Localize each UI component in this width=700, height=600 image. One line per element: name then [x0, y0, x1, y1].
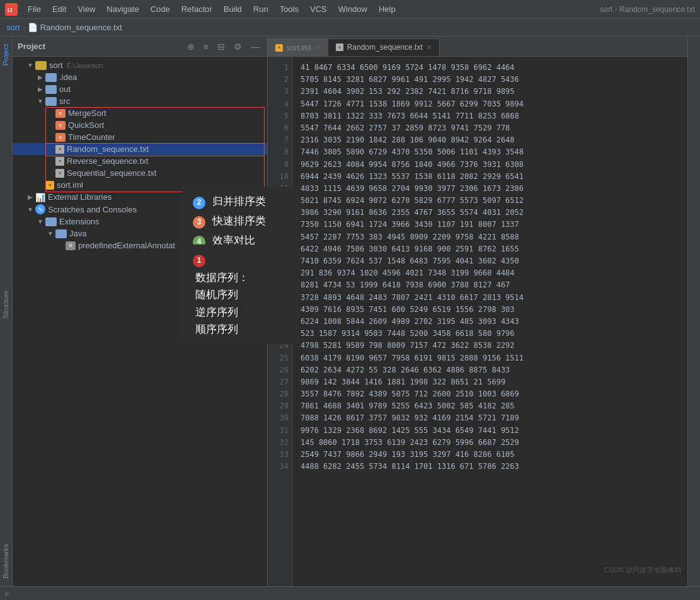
tree-label-sequential-seq: Sequential_sequence.txt — [67, 168, 156, 178]
code-line: 3728 4893 4648 2483 7807 2421 4310 6617 … — [301, 292, 680, 304]
project-panel-layout-btn[interactable]: ⊟ — [215, 40, 227, 53]
project-panel-collapse-btn[interactable]: ≡ — [201, 40, 211, 53]
line-number: 5 — [268, 110, 289, 122]
menu-tools[interactable]: Tools — [275, 3, 304, 15]
menu-items: File Edit View Navigate Code Refactor Bu… — [23, 3, 600, 15]
tree-label-out: out — [59, 84, 71, 94]
sidebar-tab-project[interactable]: Project — [0, 37, 12, 73]
bottom-bar: ▶ — [0, 586, 700, 600]
java-icon-timecounter: c — [55, 133, 66, 142]
tree-label-extensions: Extensions — [59, 217, 100, 226]
tree-arrow-scratches: ▼ — [25, 206, 35, 213]
code-content[interactable]: 41 8467 6334 6500 9169 5724 1478 9358 69… — [293, 57, 687, 586]
sidebar-tab-bookmarks[interactable]: Bookmarks — [0, 536, 12, 586]
annotation-text-1b: 随机序列 — [193, 286, 289, 303]
code-line: 9629 2623 4084 9954 8756 1840 4966 7376 … — [301, 159, 680, 171]
annotation-label-2: 归并排序类 — [212, 195, 266, 207]
menu-build[interactable]: Build — [219, 3, 247, 15]
menu-run[interactable]: Run — [248, 3, 273, 15]
line-number: 4 — [268, 98, 289, 110]
code-line: 3986 3290 9161 8636 2355 4767 3655 5574 … — [301, 207, 680, 219]
code-line: 8281 4734 53 1999 6418 7938 6900 3788 81… — [301, 279, 680, 291]
svg-text:IJ: IJ — [8, 7, 13, 13]
project-panel-settings-btn[interactable]: ⚙ — [231, 40, 244, 53]
code-line: 6202 2634 4272 55 328 2646 6362 4886 887… — [301, 364, 680, 376]
project-panel-add-btn[interactable]: ⊕ — [185, 40, 197, 53]
tree-label-src: src — [59, 96, 70, 106]
sidebar-tab-structure[interactable]: Structure — [0, 283, 12, 326]
tree-path-sort: E:\Java\sort — [67, 62, 103, 69]
tree-item-reverse-seq[interactable]: ≡ Reverse_sequence.txt — [13, 155, 267, 167]
folder-icon-sort — [35, 61, 47, 70]
scratches-icon: ✎ — [35, 204, 45, 214]
tree-item-quicksort[interactable]: c QuickSort — [13, 119, 267, 131]
ext-lib-icon: 📊 — [35, 193, 45, 202]
annotation-text-1d: 顺序序列 — [193, 321, 289, 338]
code-line: 9869 142 3844 1416 1881 1998 322 8651 21… — [301, 376, 680, 388]
code-line: 523 1587 9314 9503 7448 5200 3458 6618 5… — [301, 328, 680, 340]
tree-arrow-sort: ▼ — [25, 62, 35, 69]
tab-icon-random-seq: ≡ — [336, 43, 343, 51]
annotation-text-1c: 逆序序列 — [193, 304, 289, 321]
tab-icon-sort-iml: ≡ — [275, 44, 283, 52]
line-number: 27 — [268, 376, 289, 388]
tree-label-scratches: Scratches and Consoles — [48, 205, 137, 214]
menu-file[interactable]: File — [23, 3, 46, 15]
tree-item-out[interactable]: ▶ out — [13, 83, 267, 95]
code-line: 5457 2287 7753 383 4945 8909 2209 9758 4… — [301, 231, 680, 243]
tree-item-random-seq[interactable]: ≡ Random_sequence.txt — [13, 143, 267, 155]
breadcrumb-file: 📄 Random_sequence.txt — [28, 23, 122, 32]
tree-item-sequential-seq[interactable]: ≡ Sequential_sequence.txt — [13, 167, 267, 179]
breadcrumb-sep: › — [23, 23, 25, 32]
menu-navigate[interactable]: Navigate — [101, 3, 144, 15]
txt-icon-reverse-seq: ≡ — [55, 157, 64, 166]
breadcrumb: sort › 📄 Random_sequence.txt — [0, 19, 700, 37]
code-line: 6944 2439 4626 1323 5537 1538 6118 2082 … — [301, 171, 680, 183]
app-logo: IJ — [5, 3, 18, 16]
code-line: 4798 5281 9589 798 8009 7157 472 3622 85… — [301, 340, 680, 352]
folder-icon-java — [55, 229, 67, 238]
tree-item-timecounter[interactable]: c TimeCounter — [13, 131, 267, 143]
tab-close-sort-iml[interactable]: ✕ — [315, 44, 320, 51]
code-line: 5547 7644 2662 2757 37 2859 8723 9741 75… — [301, 122, 680, 134]
breadcrumb-sort[interactable]: sort — [6, 23, 20, 32]
tree-item-mergesort[interactable]: c MergeSort — [13, 107, 267, 119]
line-number: 6 — [268, 122, 289, 134]
line-number: 8 — [268, 146, 289, 158]
tree-label-java-folder: Java — [69, 229, 86, 238]
menu-code[interactable]: Code — [146, 3, 175, 15]
code-line: 2549 7437 9866 2949 193 3195 3297 416 82… — [301, 449, 680, 461]
code-line: 6224 1008 5844 2609 4989 2702 3195 485 3… — [301, 316, 680, 328]
code-line: 145 8060 1718 3753 6139 2423 6279 5996 6… — [301, 437, 680, 449]
line-number: 33 — [268, 449, 289, 461]
tree-label-sort: sort — [49, 61, 63, 70]
java-icon-quicksort: c — [55, 121, 66, 130]
tree-item-src[interactable]: ▼ src — [13, 95, 267, 107]
code-line: 41 8467 6334 6500 9169 5724 1478 9358 69… — [301, 62, 680, 74]
menu-refactor[interactable]: Refactor — [176, 3, 217, 15]
tree-item-idea[interactable]: ▶ .idea — [13, 71, 267, 83]
tab-sort-iml[interactable]: ≡ sort.iml ✕ — [268, 38, 328, 56]
bottom-status: ▶ — [5, 589, 10, 597]
tab-random-seq[interactable]: ≡ Random_sequence.txt ✕ — [328, 38, 440, 56]
menu-view[interactable]: View — [72, 3, 100, 15]
tree-item-sort-root[interactable]: ▼ sort E:\Java\sort — [13, 59, 267, 71]
code-line: 7446 3805 5890 6729 4370 5350 5006 1101 … — [301, 146, 680, 158]
code-line: 5021 8745 6924 9072 6270 5829 6777 5573 … — [301, 195, 680, 207]
window-title: sort - Random_sequence.txt — [600, 5, 695, 14]
tree-label-sort-iml: sort.iml — [57, 180, 83, 190]
project-panel-close-btn[interactable]: — — [248, 40, 262, 53]
line-number: 7 — [268, 134, 289, 146]
menu-bar: IJ File Edit View Navigate Code Refactor… — [0, 0, 700, 19]
code-line: 2391 4604 3902 153 292 2382 7421 8716 97… — [301, 86, 680, 98]
menu-help[interactable]: Help — [374, 3, 401, 15]
menu-edit[interactable]: Edit — [47, 3, 71, 15]
tree-label-quicksort: QuickSort — [68, 120, 104, 130]
tab-label-random-seq: Random_sequence.txt — [347, 43, 423, 52]
menu-vcs[interactable]: VCS — [305, 3, 332, 15]
tab-close-random-seq[interactable]: ✕ — [427, 44, 432, 51]
tree-label-timecounter: TimeCounter — [68, 132, 115, 142]
code-line: 2316 3035 2190 1842 288 106 9040 8942 92… — [301, 134, 680, 146]
java-icon-mergesort: c — [55, 109, 66, 118]
menu-window[interactable]: Window — [333, 3, 372, 15]
